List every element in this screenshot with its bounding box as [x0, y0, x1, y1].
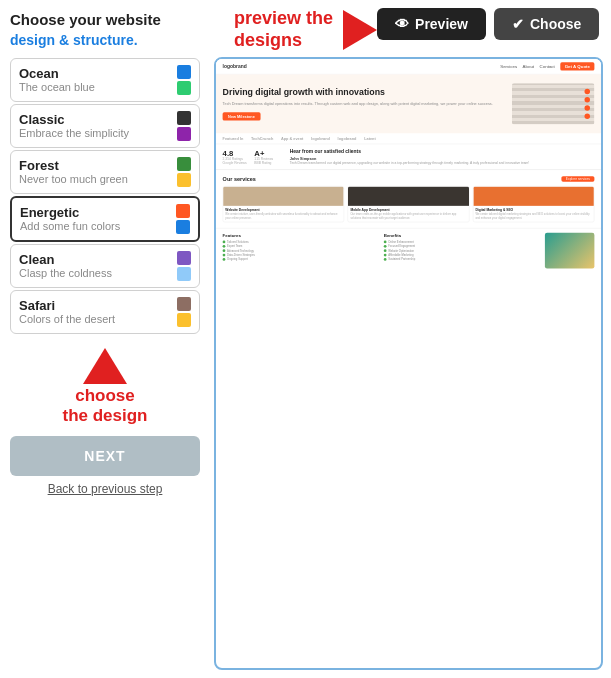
mini-hero: Driving digital growth with innovations …: [216, 75, 601, 134]
dot-features-5: [223, 258, 226, 261]
theme-list: OceanThe ocean blueClassicEmbrace the si…: [10, 58, 200, 334]
stripes-bg: [512, 83, 595, 124]
mini-features-col: Features Tailored Solutions Expert Team …: [223, 233, 378, 269]
dot-features-4: [223, 254, 226, 257]
theme-item-ocean[interactable]: OceanThe ocean blue: [10, 58, 200, 102]
orange-dots: [585, 89, 591, 119]
mini-benefit-5: Sustained Partnership: [384, 258, 539, 261]
theme-text-classic: ClassicEmbrace the simplicity: [19, 112, 169, 139]
choose-button[interactable]: ✔ Choose: [494, 8, 599, 40]
mini-hero-body: Tech Dream transforms digital operations…: [223, 101, 507, 106]
page-heading-subtitle: design & structure.: [10, 32, 200, 48]
stat-bbb-val: A+: [254, 149, 273, 158]
mini-services-btn[interactable]: Explore services: [561, 176, 594, 182]
mini-benefit-3: Website Optimization: [384, 249, 539, 252]
mini-feature-4: Data-Driven Strategies: [223, 254, 378, 257]
mini-site-preview: logobrand Services About Contact Get A Q…: [216, 59, 601, 273]
eye-icon: 👁: [395, 16, 409, 32]
theme-desc-clean: Clasp the coldness: [19, 267, 169, 279]
stat-rating-val: 4.8: [223, 149, 247, 158]
feature-text-5: Ongoing Support: [227, 258, 248, 261]
theme-desc-energetic: Add some fun colors: [20, 220, 168, 232]
top-annotation: preview thedesigns: [214, 8, 377, 51]
benefit-text-2: Focused Engagement: [388, 245, 415, 248]
mini-service-card-3: Digital Marketing & SEO We create tailor…: [473, 186, 595, 222]
theme-item-clean[interactable]: CleanClasp the coldness: [10, 244, 200, 288]
page-heading-title: Choose your website: [10, 10, 200, 30]
theme-desc-ocean: The ocean blue: [19, 81, 169, 93]
theme-name-ocean: Ocean: [19, 66, 169, 81]
arrow-right-icon: [343, 10, 377, 50]
theme-colors-classic: [177, 111, 191, 141]
theme-item-energetic[interactable]: EnergeticAdd some fun colors: [10, 196, 200, 242]
top-annotation-text: preview thedesigns: [234, 8, 333, 51]
feature-text-4: Data-Driven Strategies: [227, 254, 255, 257]
dot-features-3: [223, 249, 226, 252]
mini-nav-cta[interactable]: Get A Quote: [560, 62, 594, 70]
mini-testimonial-title: Hear from our satisfied clients: [290, 149, 595, 155]
color-swatch-forest-0: [177, 157, 191, 171]
feature-text-2: Expert Team: [227, 245, 242, 248]
dot-benefit-2: [384, 245, 387, 248]
mini-hero-image: [512, 83, 595, 124]
mini-benefit-4: Affordable Marketing: [384, 254, 539, 257]
dot-2: [585, 97, 591, 103]
dot-1: [585, 89, 591, 95]
stats-testimonial-row: 4.8 2,354 RatingsGoogle Reviews A+ 115 R…: [216, 144, 601, 170]
back-link[interactable]: Back to previous step: [10, 482, 200, 496]
mini-logo: logobrand: [223, 64, 247, 70]
theme-item-forest[interactable]: ForestNever too much green: [10, 150, 200, 194]
mini-featured-label: Featured In: [223, 137, 244, 141]
preview-button[interactable]: 👁 Preview: [377, 8, 486, 40]
benefit-text-1: Online Enhancement: [388, 240, 414, 243]
mini-card-text-1: We create intuitive, user-friendly websi…: [225, 213, 341, 220]
mini-card-img-3: [473, 187, 594, 206]
mini-card-img-2: [348, 187, 469, 206]
mini-card-text-3: We create tailored digital marketing str…: [475, 213, 591, 220]
mini-card-title-3: Digital Marketing & SEO: [475, 208, 591, 211]
mini-service-cards: Website Development We create intuitive,…: [223, 186, 595, 222]
top-bar: preview thedesigns 👁 Preview ✔ Choose: [214, 8, 603, 57]
color-swatch-clean-1: [177, 267, 191, 281]
mini-nav-links: Services About Contact Get A Quote: [500, 62, 594, 70]
right-panel: preview thedesigns 👁 Preview ✔ Choose lo…: [210, 0, 611, 678]
left-panel: Choose your website design & structure. …: [0, 0, 210, 678]
theme-desc-safari: Colors of the desert: [19, 313, 169, 325]
theme-item-safari[interactable]: SafariColors of the desert: [10, 290, 200, 334]
frame-wrapper: logobrand Services About Contact Get A Q…: [216, 59, 601, 569]
theme-text-ocean: OceanThe ocean blue: [19, 66, 169, 93]
mini-card-body-2: Mobile App Development Our team crafts o…: [348, 206, 469, 222]
mini-hero-cta[interactable]: New Milestone: [223, 113, 261, 121]
mini-benefits-title: Benefits: [384, 233, 539, 238]
dot-benefit-5: [384, 258, 387, 261]
color-swatch-classic-1: [177, 127, 191, 141]
mini-feature-5: Ongoing Support: [223, 258, 378, 261]
mini-feature-2: Expert Team: [223, 245, 378, 248]
theme-colors-safari: [177, 297, 191, 327]
mini-features-title: Features: [223, 233, 378, 238]
theme-name-clean: Clean: [19, 252, 169, 267]
mini-card-title-2: Mobile App Development: [350, 208, 466, 211]
color-swatch-energetic-0: [176, 204, 190, 218]
choose-label: Choose: [530, 16, 581, 32]
stat-bbb-label: 115 ReviewsBBB Rating: [254, 158, 273, 165]
color-swatch-safari-0: [177, 297, 191, 311]
mini-card-body-3: Digital Marketing & SEO We create tailor…: [473, 206, 594, 222]
mini-logo-1: TechCrunch: [251, 137, 273, 141]
mini-services-title: Our services: [223, 176, 256, 182]
stat-rating: 4.8 2,354 RatingsGoogle Reviews: [223, 149, 247, 165]
mini-feature-1: Tailored Solutions: [223, 240, 378, 243]
dot-features-2: [223, 245, 226, 248]
mini-hero-title: Driving digital growth with innovations: [223, 87, 507, 98]
benefit-text-3: Website Optimization: [388, 249, 414, 252]
mini-nav-about: About: [523, 64, 534, 69]
theme-text-safari: SafariColors of the desert: [19, 298, 169, 325]
theme-text-clean: CleanClasp the coldness: [19, 252, 169, 279]
mini-logo-2: App & event: [281, 137, 303, 141]
dot-3: [585, 105, 591, 111]
theme-item-classic[interactable]: ClassicEmbrace the simplicity: [10, 104, 200, 148]
dot-benefit-4: [384, 254, 387, 257]
color-swatch-ocean-0: [177, 65, 191, 79]
benefit-text-5: Sustained Partnership: [388, 258, 415, 261]
next-button[interactable]: NEXT: [10, 436, 200, 476]
